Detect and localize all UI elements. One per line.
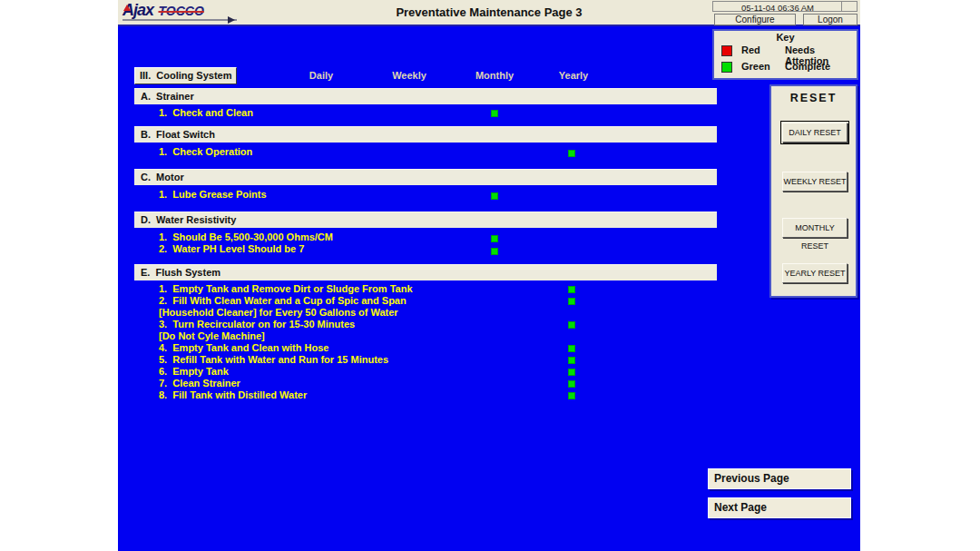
logon-button[interactable]: Logon: [803, 14, 858, 25]
maintenance-item-note: [Do Not Cyle Machine]: [159, 330, 265, 341]
maintenance-item: 5. Refill Tank with Water and Run for 15…: [159, 354, 388, 365]
key-green-label: Green: [741, 61, 770, 72]
green-status-icon: [721, 62, 732, 73]
title-bar: Ajax TOCCO Preventative Maintenance Page…: [118, 0, 860, 26]
complete-indicator: [568, 380, 575, 388]
column-header-yearly: Yearly: [559, 70, 588, 81]
maintenance-item: 1. Should Be 5,500-30,000 Ohms/CM: [159, 231, 333, 242]
maintenance-item: 1. Check and Clean: [159, 107, 253, 118]
datetime-text: 05-11-04 06:36 AM: [713, 3, 842, 13]
monthly-reset-button[interactable]: MONTHLY RESET: [782, 218, 848, 238]
datetime-divider: [841, 2, 842, 11]
complete-indicator: [568, 286, 575, 293]
maintenance-item: 1. Check Operation: [159, 146, 252, 157]
section-bar-motor: C. Motor: [134, 169, 717, 185]
section-bar-strainer: A. Strainer: [134, 88, 717, 104]
complete-indicator: [491, 110, 498, 117]
hmi-window: Ajax TOCCO Preventative Maintenance Page…: [118, 0, 860, 551]
weekly-reset-button[interactable]: WEEKLY RESET: [782, 172, 848, 192]
complete-indicator: [568, 150, 575, 157]
key-green-meaning: Complete: [785, 61, 830, 72]
complete-indicator: [568, 369, 575, 376]
previous-page-button[interactable]: Previous Page: [708, 468, 851, 489]
column-header-daily: Daily: [309, 70, 333, 81]
column-header-weekly: Weekly: [392, 70, 426, 81]
key-title: Key: [714, 32, 857, 43]
section-bar-flush-system: E. Flush System: [134, 264, 717, 280]
red-status-icon: [721, 45, 732, 56]
maintenance-item: 2. Water PH Level Should be 7: [159, 243, 304, 254]
complete-indicator: [568, 392, 575, 399]
complete-indicator: [568, 321, 575, 329]
key-row-red: Red Needs Attention: [721, 44, 851, 56]
section-bar-float-switch: B. Float Switch: [134, 126, 717, 143]
maintenance-item: 2. Fill With Clean Water and a Cup of Sp…: [159, 295, 407, 306]
maintenance-item: 4. Empty Tank and Clean with Hose: [159, 342, 328, 353]
complete-indicator: [491, 235, 498, 242]
maintenance-item: 8. Fill Tank with Distilled Water: [159, 389, 307, 400]
key-red-label: Red: [741, 44, 760, 55]
maintenance-item: 1. Lube Grease Points: [159, 189, 267, 200]
key-legend-panel: Key Red Needs Attention Green Complete: [712, 29, 858, 80]
maintenance-item: 1. Empty Tank and Remove Dirt or Sludge …: [159, 283, 413, 294]
system-header-box: III. Cooling System: [134, 67, 237, 84]
configure-button[interactable]: Configure: [714, 14, 796, 25]
next-page-button[interactable]: Next Page: [708, 497, 851, 518]
complete-indicator: [568, 345, 575, 352]
maintenance-item: 3. Turn Recirculator on for 15-30 Minute…: [159, 319, 355, 330]
yearly-reset-button[interactable]: YEARLY RESET: [782, 263, 848, 283]
datetime-display: 05-11-04 06:36 AM: [712, 1, 858, 12]
screen-canvas: Ajax TOCCO Preventative Maintenance Page…: [0, 0, 980, 551]
maintenance-item-note: [Household Cleaner] for Every 50 Gallons…: [159, 307, 398, 318]
section-bar-water-resistivity: D. Water Resistivity: [134, 212, 717, 228]
daily-reset-button[interactable]: DAILY RESET: [782, 123, 848, 143]
reset-panel: RESET DAILY RESET WEEKLY RESET MONTHLY R…: [769, 84, 858, 298]
maintenance-item: 7. Clean Strainer: [159, 378, 240, 389]
column-header-monthly: Monthly: [475, 70, 514, 81]
complete-indicator: [568, 357, 575, 364]
complete-indicator: [491, 192, 498, 200]
complete-indicator: [568, 298, 575, 305]
complete-indicator: [491, 248, 498, 255]
maintenance-item: 6. Empty Tank: [159, 366, 229, 377]
reset-panel-title: RESET: [771, 92, 856, 104]
key-row-green: Green Complete: [721, 61, 851, 73]
